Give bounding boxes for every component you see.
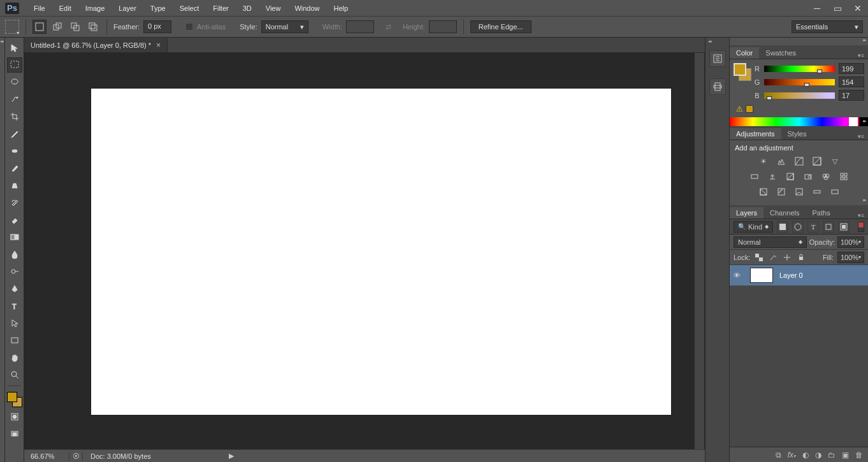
color-lookup-icon[interactable]	[838, 171, 850, 182]
menu-filter[interactable]: Filter	[206, 2, 235, 15]
tab-channels[interactable]: Channels	[763, 207, 806, 219]
dodge-tool[interactable]	[7, 264, 22, 279]
color-panel-menu-icon[interactable]: ▾≡	[854, 52, 868, 59]
close-button[interactable]: ✕	[848, 2, 868, 15]
document-tab[interactable]: Untitled-1 @ 66.7% (Layer 0, RGB/8) * ×	[24, 38, 168, 52]
canvas[interactable]	[91, 89, 671, 415]
delete-layer-icon[interactable]: 🗑	[855, 451, 863, 459]
rectangle-tool[interactable]	[7, 333, 22, 348]
curves-icon[interactable]	[793, 155, 805, 167]
menu-help[interactable]: Help	[327, 2, 356, 15]
filter-smart-icon[interactable]	[838, 221, 850, 233]
screen-mode-tool[interactable]	[7, 426, 22, 442]
selection-subtract-icon[interactable]	[68, 20, 82, 34]
menu-layer[interactable]: Layer	[112, 2, 143, 15]
zoom-tool[interactable]	[7, 367, 22, 382]
r-slider[interactable]	[764, 66, 835, 72]
gradient-map-icon[interactable]	[811, 186, 823, 198]
b-slider[interactable]	[764, 92, 835, 99]
new-group-icon[interactable]: 🗀	[828, 451, 835, 459]
lock-all-icon[interactable]	[796, 252, 806, 263]
style-select[interactable]: Normal▾	[261, 20, 308, 33]
close-tab-icon[interactable]: ×	[156, 41, 161, 50]
opacity-input[interactable]: 100%▾	[837, 236, 864, 248]
menu-type[interactable]: Type	[143, 2, 173, 15]
exposure-icon[interactable]	[811, 155, 823, 167]
pen-tool[interactable]	[7, 281, 22, 296]
color-balance-icon[interactable]	[767, 171, 778, 182]
g-slider[interactable]	[764, 79, 835, 85]
lock-image-icon[interactable]	[768, 252, 778, 263]
current-tool-indicator[interactable]	[5, 20, 19, 34]
gradient-tool[interactable]	[7, 229, 22, 245]
filter-toggle[interactable]	[858, 222, 864, 232]
history-brush-tool[interactable]	[7, 195, 22, 210]
layer-list[interactable]: 👁 Layer 0	[730, 265, 868, 447]
tab-adjustments[interactable]: Adjustments	[730, 128, 781, 140]
fill-input[interactable]: 100%▾	[837, 252, 864, 263]
menu-3d[interactable]: 3D	[236, 2, 259, 15]
type-tool[interactable]: T	[7, 298, 22, 314]
anti-alias-checkbox[interactable]	[185, 23, 193, 31]
workspace-selector[interactable]: Essentials▾	[792, 20, 863, 33]
menu-image[interactable]: Image	[78, 2, 112, 15]
layer-mask-icon[interactable]: ◐	[802, 451, 809, 459]
zoom-level[interactable]: 66.67%	[24, 452, 69, 460]
status-expand-icon[interactable]: ⦿	[69, 452, 82, 460]
move-tool[interactable]	[7, 40, 22, 55]
blur-tool[interactable]	[7, 247, 22, 262]
hand-tool[interactable]	[7, 350, 22, 365]
tab-styles[interactable]: Styles	[781, 128, 813, 140]
layer-visibility-icon[interactable]: 👁	[734, 271, 744, 279]
tab-paths[interactable]: Paths	[806, 207, 837, 219]
layer-thumbnail[interactable]	[750, 268, 773, 283]
black-white-icon[interactable]	[785, 171, 796, 182]
quick-selection-tool[interactable]	[7, 92, 22, 107]
quick-mask-tool[interactable]	[7, 409, 22, 424]
status-play-icon[interactable]: ▶	[229, 452, 234, 460]
foreground-color-swatch[interactable]	[7, 392, 17, 402]
eyedropper-tool[interactable]	[7, 126, 22, 141]
lock-transparency-icon[interactable]	[754, 252, 764, 263]
color-panel-swatches[interactable]	[734, 63, 751, 81]
minimize-button[interactable]: ─	[807, 2, 827, 15]
doc-info[interactable]: Doc: 3.00M/0 bytes	[83, 452, 159, 460]
menu-view[interactable]: View	[259, 2, 288, 15]
adjustments-panel-menu-icon[interactable]: ▾≡	[854, 133, 868, 140]
brightness-contrast-icon[interactable]: ☀	[758, 155, 769, 167]
filter-pixel-icon[interactable]	[777, 221, 788, 233]
layer-name[interactable]: Layer 0	[779, 271, 803, 279]
properties-panel-icon[interactable]	[709, 78, 726, 95]
color-spectrum[interactable]	[730, 117, 868, 126]
layer-fx-icon[interactable]: fx▾	[788, 451, 796, 459]
brush-tool[interactable]	[7, 161, 22, 176]
path-selection-tool[interactable]	[7, 315, 22, 331]
tab-swatches[interactable]: Swatches	[759, 47, 802, 59]
channel-mixer-icon[interactable]	[820, 171, 832, 182]
refine-edge-button[interactable]: Refine Edge...	[470, 20, 532, 33]
history-panel-icon[interactable]	[709, 50, 726, 67]
clone-stamp-tool[interactable]	[7, 178, 22, 193]
layers-panel-menu-icon[interactable]: ▾≡	[854, 212, 868, 219]
filter-shape-icon[interactable]	[823, 221, 834, 233]
levels-icon[interactable]	[776, 155, 787, 167]
foreground-background-colors[interactable]	[7, 392, 22, 407]
selection-intersect-icon[interactable]	[86, 20, 100, 34]
menu-select[interactable]: Select	[173, 2, 206, 15]
healing-brush-tool[interactable]	[7, 143, 22, 159]
hue-saturation-icon[interactable]	[749, 171, 760, 182]
rectangular-marquee-tool[interactable]	[7, 57, 22, 73]
menu-file[interactable]: File	[27, 2, 52, 15]
tab-layers[interactable]: Layers	[730, 207, 763, 219]
selective-color-icon[interactable]	[829, 186, 841, 198]
new-layer-icon[interactable]: ▣	[842, 451, 849, 459]
canvas-viewport[interactable]	[24, 53, 705, 449]
invert-icon[interactable]	[758, 186, 769, 198]
crop-tool[interactable]	[7, 109, 22, 124]
tab-color[interactable]: Color	[730, 47, 759, 59]
b-value[interactable]: 17	[839, 90, 864, 101]
menu-edit[interactable]: Edit	[52, 2, 78, 15]
layer-row[interactable]: 👁 Layer 0	[730, 265, 868, 285]
vertical-scrollbar[interactable]	[694, 53, 704, 449]
posterize-icon[interactable]	[776, 186, 787, 198]
